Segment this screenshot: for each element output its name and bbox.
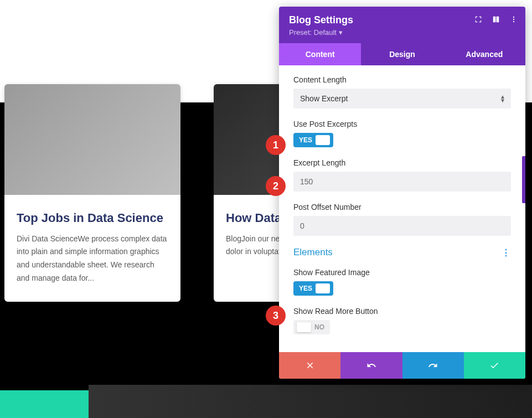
content-length-select[interactable]: Show Excerpt [293, 89, 511, 109]
panel-tabs: Content Design Advanced [279, 43, 525, 65]
expand-icon[interactable] [474, 16, 482, 23]
show-readmore-label: Show Read More Button [293, 307, 511, 316]
toggle-knob [297, 322, 311, 332]
excerpt-length-label: Excerpt Length [293, 158, 511, 167]
post-offset-label: Post Offset Number [293, 203, 511, 211]
columns-icon[interactable] [492, 16, 500, 23]
show-featured-toggle[interactable]: YES [293, 281, 333, 296]
annotation-badge: 3 [266, 306, 286, 326]
green-accent-block [0, 390, 89, 418]
more-icon[interactable] [510, 16, 518, 23]
redo-button[interactable] [402, 352, 464, 379]
annotation-badge: 1 [266, 135, 286, 155]
annotation-badge: 2 [266, 176, 286, 196]
card-image [4, 84, 180, 195]
excerpt-length-input[interactable] [293, 172, 511, 192]
panel-preset[interactable]: Preset: Default ▾ [289, 28, 515, 37]
content-length-label: Content Length [293, 75, 511, 84]
toggle-knob [316, 135, 330, 145]
cancel-button[interactable] [279, 352, 340, 379]
panel-footer [279, 352, 525, 379]
svg-point-1 [513, 19, 514, 20]
tab-content[interactable]: Content [279, 43, 361, 65]
settings-panel: Blog Settings Preset: Default ▾ Content … [279, 7, 525, 379]
page-bg-bottom [89, 385, 532, 418]
scrollbar-thumb[interactable] [522, 156, 525, 203]
save-button[interactable] [464, 352, 525, 379]
blog-card[interactable]: Top Jobs in Data Science Divi Data Scien… [4, 84, 180, 302]
toggle-knob [316, 283, 330, 293]
card-excerpt: Divi Data ScienceWe process complex data… [17, 233, 168, 285]
undo-button[interactable] [340, 352, 402, 379]
section-more-icon[interactable]: ⋮ [502, 247, 511, 258]
svg-point-2 [513, 21, 514, 22]
show-featured-label: Show Featured Image [293, 268, 511, 277]
show-readmore-toggle[interactable]: NO [293, 320, 330, 334]
use-excerpts-label: Use Post Excerpts [293, 120, 511, 128]
use-excerpts-toggle[interactable]: YES [293, 133, 333, 147]
card-title[interactable]: Top Jobs in Data Science [17, 210, 168, 226]
tab-design[interactable]: Design [361, 43, 443, 65]
tab-advanced[interactable]: Advanced [443, 43, 525, 65]
post-offset-input[interactable] [293, 216, 511, 236]
elements-section-title[interactable]: Elements [293, 247, 333, 258]
svg-point-0 [513, 17, 514, 18]
panel-header: Blog Settings Preset: Default ▾ [279, 7, 525, 43]
panel-body: Content Length Show Excerpt ▲▼ Use Post … [279, 65, 525, 352]
